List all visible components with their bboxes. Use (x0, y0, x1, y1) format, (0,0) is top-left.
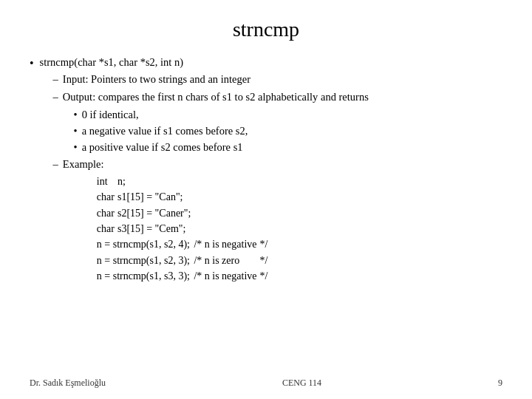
code-col2-0: n; (117, 174, 194, 190)
code-row-3: char s3[15] = "Cem"; (97, 222, 271, 237)
main-bullet: • strncmp(char *s1, char *s2, int n) – I… (30, 55, 502, 287)
code-comment-end-5: */ (260, 253, 271, 269)
dash-marker-2: – (53, 89, 58, 105)
code-comment-6: /* n is negative (194, 269, 259, 284)
code-comment-end-0 (260, 174, 271, 190)
code-row-1: char s1[15] = "Can"; (97, 190, 271, 205)
code-comment-end-6: */ (260, 269, 271, 284)
code-col1-5: n = strncmp(s1, s2, 3); (97, 253, 194, 269)
code-row-2: char s2[15] = "Caner"; (97, 206, 271, 222)
code-comment-3 (194, 222, 259, 237)
code-row-4: n = strncmp(s1, s2, 4); /* n is negative… (97, 237, 271, 253)
sub-bullet-list: • 0 if identical, • a negative value if … (74, 107, 369, 155)
dash-item-output: – Output: compares the first n chars of … (53, 89, 369, 105)
footer-left: Dr. Sadık Eşmelioğlu (30, 378, 106, 389)
example-label: Example: (63, 158, 104, 170)
code-comment-end-4: */ (260, 237, 271, 253)
sub-bullet-3: • a positive value if s2 comes before s1 (74, 140, 369, 155)
code-col2-3: s3[15] = "Cem"; (117, 222, 194, 237)
sub-bullet-1: • 0 if identical, (74, 107, 369, 123)
sub-bullet-2: • a negative value if s1 comes before s2… (74, 123, 369, 139)
sub-bullet-text-3: a positive value if s2 comes before s1 (82, 140, 243, 155)
code-col1-2: char (97, 206, 117, 222)
bullet-marker: • (30, 55, 34, 72)
dash-marker-1: – (53, 72, 58, 87)
sub-bullet-marker-2: • (74, 123, 78, 139)
main-bullet-text: strncmp(char *s1, char *s2, int n) (40, 56, 184, 68)
dash-item-example: – Example: int n; (53, 157, 369, 284)
code-comment-0 (194, 174, 259, 190)
sub-bullet-text-1: 0 if identical, (82, 107, 139, 123)
sub-bullet-text-2: a negative value if s1 comes before s2, (82, 123, 248, 139)
sub-bullet-marker-1: • (74, 107, 78, 123)
code-row-0: int n; (97, 174, 271, 190)
code-col2-2: s2[15] = "Caner"; (117, 206, 194, 222)
dash-item-input: – Input: Pointers to two strings and an … (53, 72, 369, 87)
code-comment-1 (194, 190, 259, 205)
code-col2-1: s1[15] = "Can"; (117, 190, 194, 205)
code-table: int n; char s1[15] = "Can"; (97, 174, 271, 284)
code-comment-end-2 (260, 206, 271, 222)
sub-bullet-marker-3: • (74, 140, 78, 155)
sub-list: – Input: Pointers to two strings and an … (53, 72, 369, 284)
code-comment-5: /* n is zero (194, 253, 259, 269)
code-row-6: n = strncmp(s1, s3, 3); /* n is negative… (97, 269, 271, 284)
code-comment-end-3 (260, 222, 271, 237)
footer-center: CENG 114 (106, 378, 498, 389)
code-comment-2 (194, 206, 259, 222)
code-col1-3: char (97, 222, 117, 237)
dash-marker-3: – (53, 157, 58, 172)
footer: Dr. Sadık Eşmelioğlu CENG 114 9 (30, 378, 502, 389)
code-col1-6: n = strncmp(s1, s3, 3); (97, 269, 194, 284)
code-col1-4: n = strncmp(s1, s2, 4); (97, 237, 194, 253)
code-comment-end-1 (260, 190, 271, 205)
code-comment-4: /* n is negative (194, 237, 259, 253)
slide-title: strncmp (30, 18, 502, 41)
code-col1-0: int (97, 174, 117, 190)
output-description: Output: compares the first n chars of s1… (63, 89, 369, 105)
code-row-5: n = strncmp(s1, s2, 3); /* n is zero */ (97, 253, 271, 269)
code-col1-1: char (97, 190, 117, 205)
footer-right: 9 (498, 378, 502, 389)
input-description: Input: Pointers to two strings and an in… (63, 72, 250, 87)
